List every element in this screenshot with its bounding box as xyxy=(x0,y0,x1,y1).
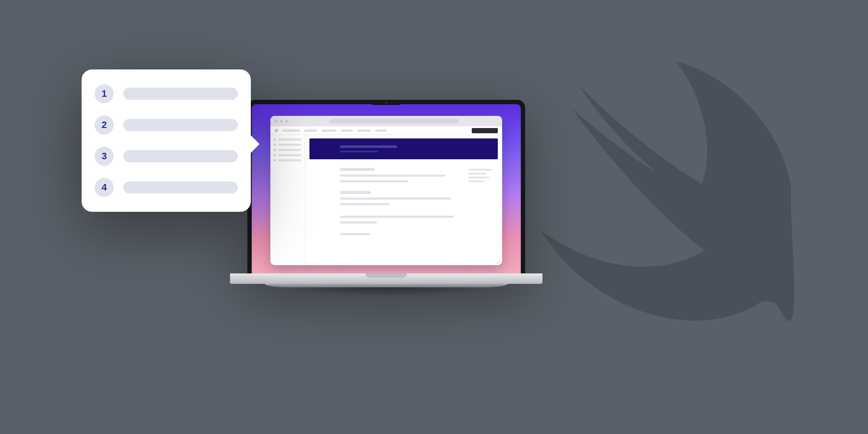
browser-window xyxy=(270,116,502,265)
step-text-placeholder xyxy=(123,88,238,100)
step-row: 1 xyxy=(95,84,238,103)
window-zoom-icon xyxy=(285,120,288,123)
nav-link-placeholder xyxy=(375,129,387,132)
app-logo-icon xyxy=(275,129,278,132)
nav-link-placeholder xyxy=(283,129,300,132)
laptop-notch xyxy=(371,100,401,105)
browser-sidebar xyxy=(270,135,305,265)
step-number-badge: 2 xyxy=(95,115,114,135)
hero-banner xyxy=(309,138,497,159)
article-body-placeholder xyxy=(340,168,464,260)
step-text-placeholder xyxy=(123,150,238,162)
window-close-icon xyxy=(275,120,278,123)
laptop-foot xyxy=(265,284,508,287)
swift-bird-icon xyxy=(486,17,816,347)
browser-main xyxy=(305,135,502,265)
address-bar-placeholder xyxy=(329,119,458,123)
browser-titlebar xyxy=(270,116,502,126)
nav-link-placeholder xyxy=(341,129,353,132)
step-text-placeholder xyxy=(123,119,238,131)
resize-handle-icon xyxy=(496,259,500,263)
primary-button-placeholder xyxy=(472,128,498,133)
nav-link-placeholder xyxy=(322,129,336,132)
steps-card: 1 2 3 4 xyxy=(82,69,251,212)
laptop-base xyxy=(230,273,542,284)
step-row: 3 xyxy=(95,147,238,166)
nav-link-placeholder xyxy=(304,129,317,132)
laptop-illustration xyxy=(247,100,525,300)
aside-placeholder xyxy=(468,168,494,260)
step-text-placeholder xyxy=(123,181,238,194)
step-number-badge: 1 xyxy=(95,84,114,103)
nav-link-placeholder xyxy=(357,129,371,132)
step-number-badge: 4 xyxy=(95,178,114,197)
step-number-badge: 3 xyxy=(95,147,114,166)
step-row: 2 xyxy=(95,115,238,135)
step-row: 4 xyxy=(95,178,238,197)
browser-toolbar xyxy=(270,126,502,135)
window-minimize-icon xyxy=(280,120,283,123)
